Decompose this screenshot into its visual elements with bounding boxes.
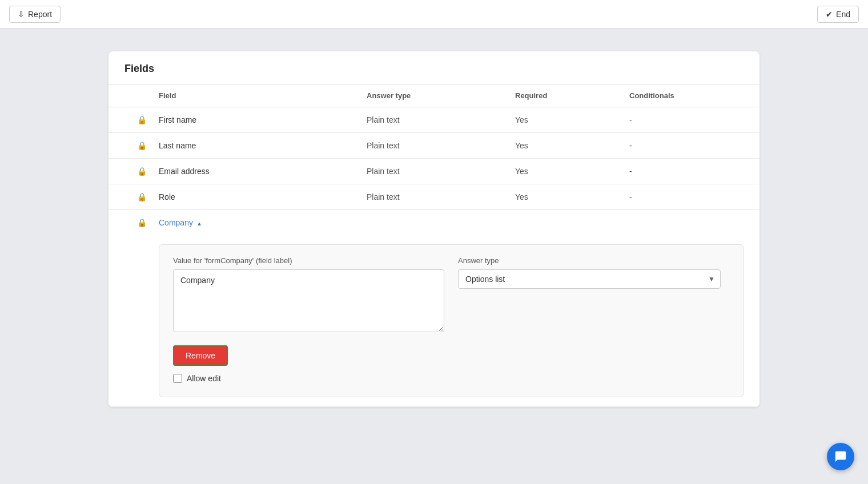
topbar: ⇩ Report ✔ End <box>0 0 868 29</box>
table-row: 🔒 Role Plain text Yes - <box>108 184 760 210</box>
conditionals-3: - <box>629 192 744 201</box>
table-row: 🔒 First name Plain text Yes - <box>108 107 760 133</box>
report-label: Report <box>28 10 52 19</box>
required-3: Yes <box>515 192 629 201</box>
lock-icon: 🔒 <box>124 218 159 227</box>
conditionals-0: - <box>629 115 744 124</box>
conditionals-1: - <box>629 141 744 150</box>
col-icon <box>124 91 159 100</box>
answer-type-select-wrapper: Options list Plain text Multiple choice … <box>458 269 721 289</box>
lock-icon: 🔒 <box>124 141 159 150</box>
field-company-toggle[interactable]: Company <box>159 218 367 227</box>
field-role: Role <box>159 192 367 201</box>
col-answer-type: Answer type <box>367 91 515 100</box>
table-row: 🔒 Email address Plain text Yes - <box>108 159 760 184</box>
answer-type-section-label: Answer type <box>458 256 729 265</box>
allow-edit-checkbox[interactable] <box>173 374 182 383</box>
main-content: Fields Field Answer type Required Condit… <box>0 29 868 430</box>
answer-type-section: Answer type Options list Plain text Mult… <box>458 256 729 334</box>
allow-edit-row: Allow edit <box>173 374 729 383</box>
field-company-name: Company <box>159 218 193 227</box>
lock-icon: 🔒 <box>124 167 159 176</box>
field-last-name: Last name <box>159 141 367 150</box>
required-2: Yes <box>515 167 629 176</box>
end-label: End <box>836 10 850 19</box>
chevron-up-icon <box>196 218 202 227</box>
fields-card: Fields Field Answer type Required Condit… <box>108 51 760 407</box>
allow-edit-label: Allow edit <box>187 374 221 383</box>
col-required: Required <box>515 91 629 100</box>
value-textarea[interactable]: Company <box>173 269 444 332</box>
required-1: Yes <box>515 141 629 150</box>
table-row: 🔒 Last name Plain text Yes - <box>108 133 760 159</box>
answer-type-3: Plain text <box>367 192 515 201</box>
answer-type-2: Plain text <box>367 167 515 176</box>
expanded-grid: Value for 'formCompany' (field label) Co… <box>173 256 729 334</box>
value-section: Value for 'formCompany' (field label) Co… <box>173 256 444 334</box>
lock-icon: 🔒 <box>124 192 159 201</box>
card-header: Fields <box>108 51 760 84</box>
col-conditionals: Conditionals <box>629 91 744 100</box>
answer-type-0: Plain text <box>367 115 515 124</box>
conditionals-2: - <box>629 167 744 176</box>
remove-button[interactable]: Remove <box>173 345 228 366</box>
lock-icon: 🔒 <box>124 115 159 124</box>
chat-icon <box>834 450 847 463</box>
chat-bubble-button[interactable] <box>827 443 854 470</box>
end-button[interactable]: ✔ End <box>817 6 859 23</box>
report-icon: ⇩ <box>18 10 25 19</box>
company-expanded-panel: Value for 'formCompany' (field label) Co… <box>108 235 760 407</box>
card-title: Fields <box>124 63 154 74</box>
field-first-name: First name <box>159 115 367 124</box>
field-email: Email address <box>159 167 367 176</box>
table-row-company: 🔒 Company <box>108 210 760 235</box>
expanded-inner: Value for 'formCompany' (field label) Co… <box>159 244 744 397</box>
report-button[interactable]: ⇩ Report <box>9 6 61 23</box>
answer-type-select[interactable]: Options list Plain text Multiple choice … <box>458 269 721 289</box>
value-label: Value for 'formCompany' (field label) <box>173 256 444 265</box>
table-header: Field Answer type Required Conditionals <box>108 84 760 107</box>
actions-row: Remove Allow edit <box>173 345 729 383</box>
required-0: Yes <box>515 115 629 124</box>
answer-type-1: Plain text <box>367 141 515 150</box>
check-icon: ✔ <box>826 10 833 19</box>
col-field: Field <box>159 91 367 100</box>
